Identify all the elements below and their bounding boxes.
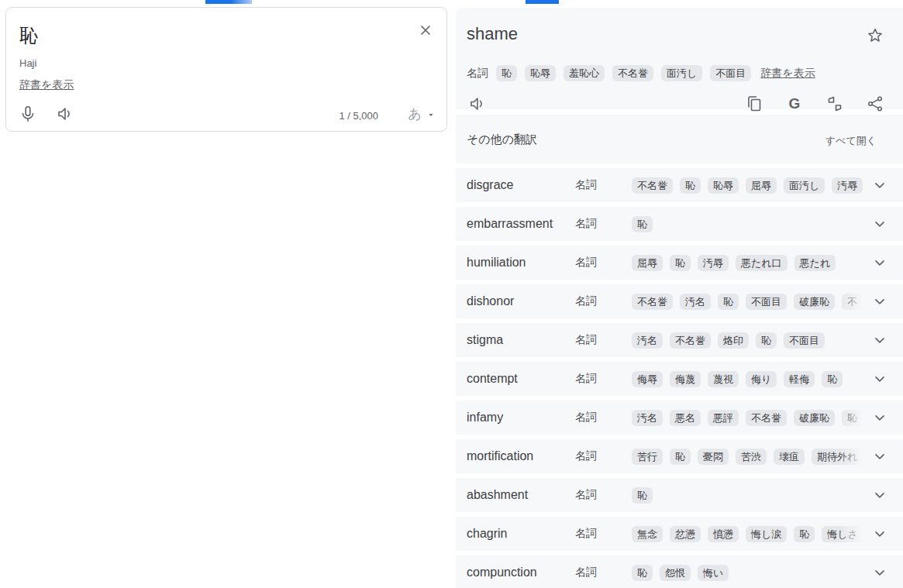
back-translation-chip[interactable]: 軽侮 (784, 371, 815, 387)
back-translation-chip[interactable]: 無念 (632, 526, 663, 542)
back-translation-chip[interactable]: 憂悶 (698, 449, 729, 465)
microphone-button[interactable] (17, 103, 39, 125)
translation-row[interactable]: chagrin 名詞 無念 忿懣 憤懣 悔し涙 恥 悔しさ (456, 517, 903, 551)
back-translation-chip[interactable]: 恥 (822, 371, 843, 387)
back-translation-chip[interactable]: 侮辱 (632, 371, 663, 387)
translation-row[interactable]: infamy 名詞 汚名 悪名 悪評 不名誉 破廉恥 恥 (456, 401, 903, 435)
back-translation-chip[interactable]: 悪評 (708, 410, 739, 426)
back-translation-chip[interactable]: 汚名 (632, 410, 663, 426)
pos-label: 名詞 (575, 333, 632, 347)
expand-row-button[interactable] (872, 216, 887, 232)
expand-row-button[interactable] (872, 410, 887, 425)
back-translation-chip[interactable]: 不 (842, 294, 863, 310)
synonym-chip[interactable]: 恥 (496, 65, 517, 81)
back-translation-chip[interactable]: 忿懣 (670, 526, 701, 542)
back-translation-chip[interactable]: 悪たれ口 (736, 255, 788, 271)
back-translation-chip[interactable]: 汚辱 (832, 177, 863, 194)
back-translation-chip[interactable]: 悔い (698, 565, 729, 581)
back-translation-chip[interactable]: 汚辱 (698, 255, 729, 271)
translation-row[interactable]: humiliation 名詞 屈辱 恥 汚辱 悪たれ口 悪たれ (456, 246, 903, 280)
translation-text[interactable]: shame (467, 24, 518, 44)
expand-row-button[interactable] (872, 255, 887, 270)
synonym-chip[interactable]: 羞恥心 (564, 65, 605, 81)
back-translation-chip[interactable]: 期待外れ (812, 449, 863, 465)
back-translation-chip[interactable]: 破廉恥 (794, 410, 835, 426)
back-translation-chip[interactable]: 汚名 (680, 294, 711, 310)
pos-label: 名詞 (575, 566, 632, 579)
back-translation-chip[interactable]: 屈辱 (632, 255, 663, 271)
rate-translation-button[interactable] (824, 93, 846, 115)
input-tools-selector[interactable]: あ (408, 105, 436, 123)
translation-row[interactable]: mortification 名詞 苦行 恥 憂悶 苦渋 壊疽 期待外れ (456, 439, 903, 473)
expand-row-button[interactable] (872, 371, 887, 387)
expand-all-button[interactable]: すべて開く (825, 134, 877, 148)
back-translation-chip[interactable]: 恥 (670, 449, 691, 465)
back-translation-chip[interactable]: 怨恨 (660, 565, 691, 581)
result-speaker-button[interactable] (467, 93, 488, 115)
expand-row-button[interactable] (872, 565, 887, 580)
back-translation-chip[interactable]: 恥辱 (708, 177, 739, 194)
back-translation-chip[interactable]: 苦渋 (736, 449, 767, 465)
translation-row[interactable]: dishonor 名詞 不名誉 汚名 恥 不面目 破廉恥 不 (456, 284, 903, 318)
back-translation-chip[interactable]: 不名誉 (632, 177, 673, 194)
expand-row-button[interactable] (872, 526, 887, 542)
expand-row-button[interactable] (872, 177, 887, 193)
back-translation-chip[interactable]: 悪名 (670, 410, 701, 426)
back-translation-chip[interactable]: 恥 (632, 487, 653, 504)
back-translation-chip[interactable]: 不名誉 (632, 294, 673, 310)
back-translation-chip[interactable]: 恥 (794, 526, 815, 542)
back-translation-chip[interactable]: 恥 (632, 216, 653, 232)
back-translation-chip[interactable]: 不名誉 (746, 410, 787, 426)
translation-row[interactable]: stigma 名詞 汚名 不名誉 烙印 恥 不面目 (456, 323, 903, 357)
expand-row-button[interactable] (872, 487, 887, 503)
source-text[interactable]: 恥 (19, 23, 38, 48)
back-translation-chip[interactable]: 侮り (746, 371, 777, 387)
back-translation-chip[interactable]: 屈辱 (746, 177, 777, 194)
close-button[interactable] (415, 20, 436, 40)
back-translation-chip[interactable]: 恥 (680, 177, 701, 194)
translation-row[interactable]: embarrassment 名詞 恥 (456, 207, 903, 241)
translation-row[interactable]: disgrace 名詞 不名誉 恥 恥辱 屈辱 面汚し 汚辱 (456, 168, 903, 202)
back-translation-chip[interactable]: 恥 (842, 410, 863, 426)
expand-row-button[interactable] (872, 332, 887, 348)
expand-row-button[interactable] (872, 294, 887, 309)
result-dictionary-link[interactable]: 辞書を表示 (760, 67, 815, 81)
expand-row-button[interactable] (872, 449, 887, 464)
chevron-down-icon (872, 565, 887, 580)
back-translation-chip[interactable]: 悔し涙 (746, 526, 787, 542)
synonym-chip[interactable]: 恥辱 (525, 65, 556, 81)
back-translation-chip[interactable]: 不面目 (784, 332, 825, 349)
back-translation-chip[interactable]: 侮蔑 (670, 371, 701, 387)
back-translation-chip[interactable]: 不名誉 (670, 332, 711, 349)
back-translation-chip[interactable]: 壊疽 (774, 449, 805, 465)
synonym-chip[interactable]: 不面目 (710, 65, 751, 81)
back-translation-chip[interactable]: 恥 (632, 565, 653, 581)
pos-label: 名詞 (575, 488, 632, 502)
share-button[interactable] (864, 93, 886, 115)
back-translation-chip[interactable]: 汚名 (632, 332, 663, 349)
back-translation-chip[interactable]: 恥 (670, 255, 691, 271)
back-translation-chip[interactable]: 悔しさ (822, 526, 863, 542)
back-translation-chip[interactable]: 面汚し (784, 177, 825, 194)
source-dictionary-link[interactable]: 辞書を表示 (19, 78, 74, 92)
translation-row[interactable]: contempt 名詞 侮辱 侮蔑 蔑視 侮り 軽侮 恥 (456, 362, 903, 396)
back-translation-chip[interactable]: 恥 (756, 332, 777, 349)
copy-button[interactable] (743, 93, 765, 115)
back-translation-chip[interactable]: 悪たれ (794, 255, 836, 271)
back-translation-chip[interactable]: 烙印 (718, 332, 749, 349)
synonym-chip[interactable]: 不名誉 (612, 65, 653, 81)
back-translation-chips: 汚名 不名誉 烙印 恥 不面目 (632, 332, 868, 349)
back-translation-chip[interactable]: 苦行 (632, 449, 663, 465)
chevron-down-icon (872, 294, 887, 309)
source-speaker-button[interactable] (54, 103, 76, 125)
google-search-button[interactable]: G (784, 93, 805, 115)
back-translation-chip[interactable]: 破廉恥 (794, 294, 835, 310)
back-translation-chip[interactable]: 蔑視 (708, 371, 739, 387)
translation-row[interactable]: compunction 名詞 恥 怨恨 悔い (456, 555, 903, 588)
save-translation-button[interactable] (864, 25, 886, 46)
back-translation-chip[interactable]: 恥 (718, 294, 739, 310)
synonym-chip[interactable]: 面汚し (661, 65, 702, 81)
translation-row[interactable]: abashment 名詞 恥 (456, 478, 903, 512)
back-translation-chip[interactable]: 不面目 (746, 294, 787, 310)
back-translation-chip[interactable]: 憤懣 (708, 526, 739, 542)
